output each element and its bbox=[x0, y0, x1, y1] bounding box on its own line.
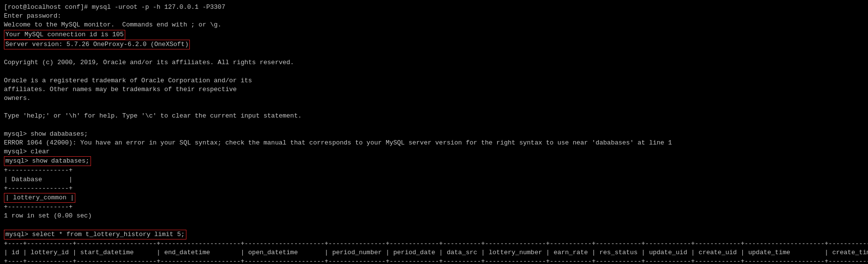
terminal-output: [root@localhost conf]# mysql -uroot -p -… bbox=[4, 3, 864, 264]
oracle-line3: owners. bbox=[4, 95, 31, 102]
cmd-line: [root@localhost conf]# mysql -uroot -p -… bbox=[4, 3, 225, 11]
enter-password: Enter password: bbox=[4, 12, 61, 20]
result-col-border: +----+------------+---------------------… bbox=[4, 258, 868, 264]
table-db-header: | Database | bbox=[4, 176, 72, 183]
table-bot-border: +----------------+ bbox=[4, 203, 72, 211]
conn-id-line: Your MySQL connection id is 105 bbox=[4, 30, 125, 40]
show-databases-cmd: mysql> show databases; bbox=[4, 156, 91, 166]
server-version-line: Server version: 5.7.26 OneProxy-6.2.0 (O… bbox=[4, 40, 190, 49]
show-dababases-cmd: mysql> show dababases; bbox=[4, 130, 88, 138]
copyright-line: Copyright (c) 2000, 2019, Oracle and/or … bbox=[4, 59, 294, 66]
table-lottery-row: | lottery_common | bbox=[4, 193, 75, 203]
rows-info: 1 row in set (0.00 sec) bbox=[4, 212, 91, 219]
table-top-border: +----------------+ bbox=[4, 167, 72, 174]
result-col-headers: | id | lottery_id | start_datetime | end… bbox=[4, 249, 868, 256]
help-hint: Type 'help;' or '\h' for help. Type '\c'… bbox=[4, 112, 302, 120]
result-top-border: +----+------------+---------------------… bbox=[4, 240, 868, 247]
table-mid-border: +----------------+ bbox=[4, 185, 72, 192]
clear-cmd: mysql> clear bbox=[4, 148, 50, 155]
oracle-line1: Oracle is a registered trademark of Orac… bbox=[4, 77, 252, 84]
welcome-line: Welcome to the MySQL monitor. Commands e… bbox=[4, 21, 222, 28]
oracle-line2: affiliates. Other names may be trademark… bbox=[4, 86, 237, 93]
select-cmd: mysql> select * from t_lottery_history l… bbox=[4, 230, 186, 240]
error-line: ERROR 1064 (42000): You have an error in… bbox=[4, 139, 672, 146]
